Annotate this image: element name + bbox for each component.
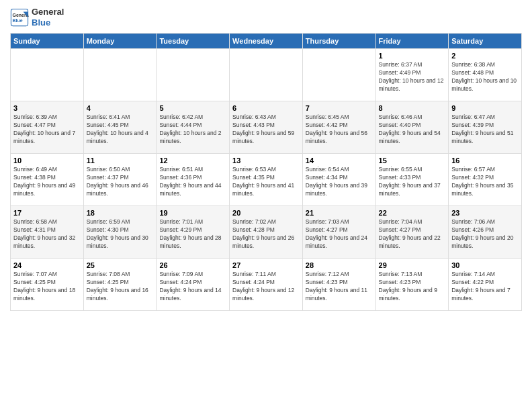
- day-info: Sunrise: 7:14 AMSunset: 4:22 PMDaylight:…: [451, 271, 519, 303]
- weekday-header-monday: Monday: [83, 34, 157, 49]
- day-info: Sunrise: 6:37 AMSunset: 4:49 PMDaylight:…: [379, 61, 446, 93]
- calendar-cell: 1Sunrise: 6:37 AMSunset: 4:49 PMDaylight…: [375, 49, 449, 101]
- day-number: 21: [306, 209, 373, 217]
- week-row-4: 17Sunrise: 6:58 AMSunset: 4:31 PMDayligh…: [11, 206, 522, 259]
- day-number: 15: [379, 156, 446, 165]
- day-number: 25: [87, 261, 154, 269]
- day-info: Sunrise: 6:51 AMSunset: 4:36 PMDaylight:…: [159, 166, 226, 198]
- svg-rect-0: [11, 9, 28, 26]
- calendar-cell: 10Sunrise: 6:49 AMSunset: 4:38 PMDayligh…: [11, 154, 84, 206]
- day-number: 3: [13, 104, 81, 112]
- day-number: 4: [87, 104, 154, 112]
- calendar-cell: 3Sunrise: 6:39 AMSunset: 4:47 PMDaylight…: [11, 101, 84, 154]
- calendar-cell: 26Sunrise: 7:09 AMSunset: 4:24 PMDayligh…: [157, 259, 230, 311]
- calendar-cell: 23Sunrise: 7:06 AMSunset: 4:26 PMDayligh…: [449, 206, 522, 259]
- day-number: 1: [379, 52, 446, 60]
- calendar-cell: 5Sunrise: 6:42 AMSunset: 4:44 PMDaylight…: [157, 101, 230, 154]
- day-number: 24: [13, 261, 81, 269]
- day-info: Sunrise: 7:06 AMSunset: 4:26 PMDaylight:…: [451, 218, 519, 250]
- page-container: General Blue GeneralBlue SundayMondayTue…: [0, 0, 532, 318]
- day-info: Sunrise: 7:02 AMSunset: 4:28 PMDaylight:…: [232, 218, 300, 250]
- week-row-5: 24Sunrise: 7:07 AMSunset: 4:25 PMDayligh…: [11, 259, 522, 311]
- calendar-cell: 11Sunrise: 6:50 AMSunset: 4:37 PMDayligh…: [83, 154, 157, 206]
- day-number: 19: [159, 209, 226, 217]
- day-info: Sunrise: 6:45 AMSunset: 4:42 PMDaylight:…: [306, 113, 373, 146]
- day-number: 13: [232, 156, 300, 165]
- day-number: 27: [232, 261, 300, 269]
- calendar-table: SundayMondayTuesdayWednesdayThursdayFrid…: [10, 33, 522, 311]
- day-info: Sunrise: 6:49 AMSunset: 4:38 PMDaylight:…: [13, 166, 81, 198]
- day-number: 6: [232, 104, 300, 112]
- day-info: Sunrise: 6:47 AMSunset: 4:39 PMDaylight:…: [451, 113, 519, 146]
- day-info: Sunrise: 7:07 AMSunset: 4:25 PMDaylight:…: [13, 271, 81, 303]
- svg-text:Blue: Blue: [13, 18, 23, 23]
- calendar-cell: 2Sunrise: 6:38 AMSunset: 4:48 PMDaylight…: [449, 49, 522, 101]
- day-info: Sunrise: 7:11 AMSunset: 4:24 PMDaylight:…: [232, 271, 300, 303]
- weekday-header-wednesday: Wednesday: [230, 34, 303, 49]
- day-number: 23: [451, 209, 519, 217]
- calendar-cell: 19Sunrise: 7:01 AMSunset: 4:29 PMDayligh…: [157, 206, 230, 259]
- calendar-cell: 22Sunrise: 7:04 AMSunset: 4:27 PMDayligh…: [375, 206, 449, 259]
- day-number: 26: [159, 261, 226, 269]
- day-info: Sunrise: 7:03 AMSunset: 4:27 PMDaylight:…: [306, 218, 373, 250]
- day-number: 12: [159, 156, 226, 165]
- calendar-cell: 29Sunrise: 7:13 AMSunset: 4:23 PMDayligh…: [375, 259, 449, 311]
- day-number: 14: [306, 156, 373, 165]
- calendar-cell: 13Sunrise: 6:53 AMSunset: 4:35 PMDayligh…: [230, 154, 303, 206]
- day-info: Sunrise: 6:50 AMSunset: 4:37 PMDaylight:…: [87, 166, 154, 198]
- week-row-1: 1Sunrise: 6:37 AMSunset: 4:49 PMDaylight…: [11, 49, 522, 101]
- day-info: Sunrise: 6:58 AMSunset: 4:31 PMDaylight:…: [13, 218, 81, 250]
- calendar-cell: 9Sunrise: 6:47 AMSunset: 4:39 PMDaylight…: [449, 101, 522, 154]
- day-info: Sunrise: 6:57 AMSunset: 4:32 PMDaylight:…: [451, 166, 519, 198]
- day-info: Sunrise: 7:01 AMSunset: 4:29 PMDaylight:…: [159, 218, 226, 250]
- logo-text: GeneralBlue: [32, 7, 64, 28]
- day-number: 28: [306, 261, 373, 269]
- day-number: 20: [232, 209, 300, 217]
- calendar-cell: 7Sunrise: 6:45 AMSunset: 4:42 PMDaylight…: [302, 101, 375, 154]
- day-number: 16: [451, 156, 519, 165]
- day-info: Sunrise: 6:46 AMSunset: 4:40 PMDaylight:…: [379, 113, 446, 146]
- header: General Blue GeneralBlue: [10, 7, 522, 28]
- weekday-header-tuesday: Tuesday: [157, 34, 230, 49]
- weekday-header-row: SundayMondayTuesdayWednesdayThursdayFrid…: [11, 34, 522, 49]
- day-info: Sunrise: 6:38 AMSunset: 4:48 PMDaylight:…: [451, 61, 519, 93]
- day-number: 8: [379, 104, 446, 112]
- day-info: Sunrise: 7:12 AMSunset: 4:23 PMDaylight:…: [306, 271, 373, 303]
- calendar-cell: 27Sunrise: 7:11 AMSunset: 4:24 PMDayligh…: [230, 259, 303, 311]
- day-number: 17: [13, 209, 81, 217]
- day-info: Sunrise: 6:55 AMSunset: 4:33 PMDaylight:…: [379, 166, 446, 198]
- day-number: 10: [13, 156, 81, 165]
- day-info: Sunrise: 6:42 AMSunset: 4:44 PMDaylight:…: [159, 113, 226, 146]
- weekday-header-sunday: Sunday: [11, 34, 84, 49]
- day-info: Sunrise: 6:43 AMSunset: 4:43 PMDaylight:…: [232, 113, 300, 146]
- day-number: 11: [87, 156, 154, 165]
- day-number: 30: [451, 261, 519, 269]
- day-info: Sunrise: 7:09 AMSunset: 4:24 PMDaylight:…: [159, 271, 226, 303]
- day-number: 22: [379, 209, 446, 217]
- logo-icon: General Blue: [10, 8, 29, 27]
- week-row-2: 3Sunrise: 6:39 AMSunset: 4:47 PMDaylight…: [11, 101, 522, 154]
- calendar-cell: 28Sunrise: 7:12 AMSunset: 4:23 PMDayligh…: [302, 259, 375, 311]
- day-number: 29: [379, 261, 446, 269]
- calendar-cell: 12Sunrise: 6:51 AMSunset: 4:36 PMDayligh…: [157, 154, 230, 206]
- day-info: Sunrise: 6:39 AMSunset: 4:47 PMDaylight:…: [13, 113, 81, 146]
- calendar-cell: [11, 49, 84, 101]
- weekday-header-thursday: Thursday: [302, 34, 375, 49]
- day-number: 2: [451, 52, 519, 60]
- calendar-cell: 20Sunrise: 7:02 AMSunset: 4:28 PMDayligh…: [230, 206, 303, 259]
- day-number: 7: [306, 104, 373, 112]
- weekday-header-saturday: Saturday: [449, 34, 522, 49]
- calendar-cell: 4Sunrise: 6:41 AMSunset: 4:45 PMDaylight…: [83, 101, 157, 154]
- calendar-cell: 25Sunrise: 7:08 AMSunset: 4:25 PMDayligh…: [83, 259, 157, 311]
- day-number: 18: [87, 209, 154, 217]
- day-number: 9: [451, 104, 519, 112]
- day-info: Sunrise: 6:59 AMSunset: 4:30 PMDaylight:…: [87, 218, 154, 250]
- calendar-cell: 15Sunrise: 6:55 AMSunset: 4:33 PMDayligh…: [375, 154, 449, 206]
- calendar-cell: [83, 49, 157, 101]
- day-info: Sunrise: 6:53 AMSunset: 4:35 PMDaylight:…: [232, 166, 300, 198]
- calendar-cell: 16Sunrise: 6:57 AMSunset: 4:32 PMDayligh…: [449, 154, 522, 206]
- calendar-cell: 8Sunrise: 6:46 AMSunset: 4:40 PMDaylight…: [375, 101, 449, 154]
- day-info: Sunrise: 7:13 AMSunset: 4:23 PMDaylight:…: [379, 271, 446, 303]
- calendar-cell: 14Sunrise: 6:54 AMSunset: 4:34 PMDayligh…: [302, 154, 375, 206]
- calendar-cell: [157, 49, 230, 101]
